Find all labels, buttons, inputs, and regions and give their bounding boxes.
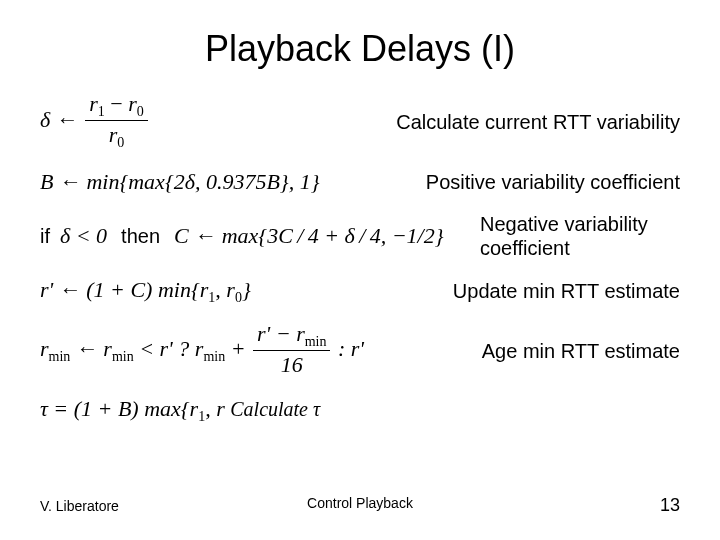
formula-rprime: r' ← (1 + C) min{r1, r0} [40,277,251,306]
annotation-c: Negative variability coefficient [480,212,680,260]
annotation-delta: Calculate current RTT variability [396,111,680,134]
row-c: if δ < 0 then C ← max{3C / 4 + δ / 4, −1… [40,212,680,260]
annotation-b: Positive variability coefficient [426,171,680,194]
row-rmin: rmin ← rmin < r' ? rmin + r' − rmin16 : … [40,322,680,379]
fraction-icon: r' − rmin16 [253,322,330,379]
formula-b: B ← min{max{2δ, 0.9375B}, 1} [40,169,319,195]
row-rprime: r' ← (1 + C) min{r1, r0} Update min RTT … [40,266,680,316]
formula-delta: δ ← r1 − r0r0 [40,92,150,152]
formula-cond: δ < 0 [60,223,107,249]
annotation-rprime: Update min RTT estimate [453,280,680,303]
slide-title: Playback Delays (I) [40,28,680,70]
fraction-icon: r1 − r0r0 [85,92,148,152]
formula-tau: τ = (1 + B) max{r1, r Calculate τ [40,396,320,425]
delta-lhs: δ ← [40,107,83,132]
annotation-tau: Calculate τ [230,398,320,420]
formula-rmin: rmin ← rmin < r' ? rmin + r' − rmin16 : … [40,322,364,379]
annotation-rmin: Age min RTT estimate [482,340,680,363]
footer: V. Liberatore Control Playback 13 [40,495,680,516]
slide: Playback Delays (I) δ ← r1 − r0r0 Calcul… [0,0,720,540]
keyword-if: if [40,225,50,248]
formula-c: C ← max{3C / 4 + δ / 4, −1/2} [174,223,443,249]
row-delta: δ ← r1 − r0r0 Calculate current RTT vari… [40,92,680,152]
keyword-then: then [121,225,160,248]
row-tau: τ = (1 + B) max{r1, r Calculate τ [40,386,680,436]
footer-topic: Control Playback [40,495,680,511]
row-b: B ← min{max{2δ, 0.9375B}, 1} Positive va… [40,158,680,206]
